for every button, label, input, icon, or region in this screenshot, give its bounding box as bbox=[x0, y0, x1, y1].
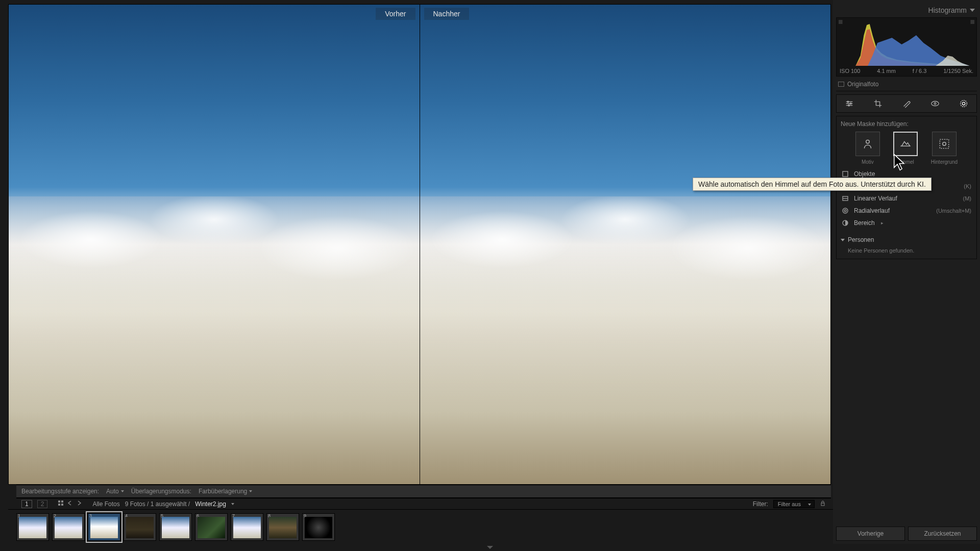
chevron-down-icon bbox=[121, 490, 124, 492]
svg-rect-15 bbox=[940, 139, 948, 148]
redeye-icon[interactable] bbox=[929, 99, 941, 108]
thumbnail-3[interactable]: 3 bbox=[88, 513, 120, 541]
after-image-pane: Nachher bbox=[420, 5, 831, 484]
exif-shutter: 1/1250 Sek. bbox=[943, 68, 973, 74]
filter-lock-icon[interactable] bbox=[820, 500, 826, 508]
lower-toolbar: Bearbeitungsstufe anzeigen: Auto Überlag… bbox=[16, 485, 831, 498]
filmstrip[interactable]: 1 2 3 4 5 6 7 8 9 bbox=[8, 509, 833, 544]
previous-button[interactable]: Vorherige bbox=[836, 527, 905, 541]
thumbnail-9[interactable]: 9 bbox=[302, 513, 335, 541]
edit-sliders-icon[interactable] bbox=[844, 99, 855, 108]
thumbnail-6[interactable]: 6 bbox=[195, 513, 228, 541]
selection-count: 9 Fotos / 1 ausgewählt / bbox=[125, 500, 190, 508]
checkbox-icon bbox=[838, 82, 844, 87]
svg-rect-4 bbox=[821, 503, 824, 506]
thumbnail-8[interactable]: 8 bbox=[266, 513, 299, 541]
mask-range-row[interactable]: Bereich▸ bbox=[841, 217, 972, 229]
mask-radial-gradient-row[interactable]: Radialverlauf (Umschalt+M) bbox=[841, 205, 972, 217]
thumbnail-1[interactable]: 1 bbox=[16, 513, 49, 541]
current-filename[interactable]: Winter2.jpg bbox=[195, 500, 226, 508]
overlay-mode-dropdown[interactable]: Farbüberlagerung bbox=[199, 488, 252, 495]
sky-mask-tooltip: Wähle automatisch den Himmel auf dem Fot… bbox=[693, 178, 932, 191]
page-2-button[interactable]: 2 bbox=[37, 500, 48, 508]
filter-label: Filter: bbox=[753, 500, 768, 508]
crop-icon[interactable] bbox=[872, 99, 884, 108]
thumbnail-5[interactable]: 5 bbox=[159, 513, 192, 541]
svg-point-12 bbox=[961, 101, 967, 107]
thumbnail-4[interactable]: 4 bbox=[124, 513, 156, 541]
svg-rect-1 bbox=[61, 500, 63, 503]
histogram[interactable]: ISO 100 4.1 mm f / 6.3 1/1250 Sek. bbox=[836, 17, 977, 77]
left-rail bbox=[0, 0, 8, 544]
filter-dropdown[interactable]: Filter aus bbox=[773, 500, 815, 508]
reset-button[interactable]: Zurücksetzen bbox=[908, 527, 977, 541]
objects-icon bbox=[842, 170, 849, 178]
exif-focal: 4.1 mm bbox=[877, 68, 896, 74]
overlay-mode-label: Überlagerungsmodus: bbox=[131, 488, 191, 495]
people-empty-message: Keine Personen gefunden. bbox=[841, 245, 972, 254]
exif-aperture: f / 6.3 bbox=[913, 68, 927, 74]
thumbnail-7[interactable]: 7 bbox=[231, 513, 263, 541]
page-1-button[interactable]: 1 bbox=[21, 500, 32, 508]
edit-steps-label: Bearbeitungsstufe anzeigen: bbox=[21, 488, 99, 495]
svg-point-16 bbox=[943, 142, 946, 146]
mask-linear-gradient-row[interactable]: Linearer Verlauf (M) bbox=[841, 192, 972, 205]
right-panel: Histogramm ISO 100 4.1 mm f / 6.3 1/1250… bbox=[833, 0, 980, 544]
svg-marker-6 bbox=[970, 20, 974, 24]
svg-rect-3 bbox=[61, 504, 63, 506]
chevron-down-icon bbox=[841, 239, 845, 241]
breadcrumb-bar: 1 2 Alle Fotos 9 Fotos / 1 ausgewählt / … bbox=[16, 498, 831, 509]
healing-brush-icon[interactable] bbox=[901, 99, 912, 108]
svg-rect-17 bbox=[843, 171, 848, 177]
mask-select-subject-button[interactable]: Motiv bbox=[855, 132, 880, 165]
after-label: Nachher bbox=[424, 8, 470, 20]
svg-point-10 bbox=[932, 102, 939, 106]
svg-marker-5 bbox=[839, 20, 843, 24]
original-photo-toggle[interactable]: Originalfoto bbox=[836, 78, 977, 91]
radial-gradient-icon bbox=[842, 207, 849, 214]
before-label: Vorher bbox=[376, 8, 415, 20]
grid-view-icon[interactable] bbox=[58, 500, 64, 508]
svg-rect-0 bbox=[58, 500, 60, 503]
svg-point-13 bbox=[962, 102, 965, 105]
svg-rect-2 bbox=[58, 504, 60, 506]
svg-point-11 bbox=[934, 103, 936, 105]
chevron-down-icon bbox=[487, 546, 493, 549]
histogram-graph-icon bbox=[839, 20, 974, 66]
filmstrip-handle[interactable] bbox=[0, 544, 980, 551]
range-icon bbox=[842, 219, 849, 227]
linear-gradient-icon bbox=[842, 195, 849, 202]
histogram-title: Histogramm bbox=[928, 6, 967, 14]
edit-steps-dropdown[interactable]: Auto bbox=[106, 488, 124, 495]
chevron-down-icon bbox=[249, 490, 252, 492]
chevron-down-icon bbox=[970, 9, 975, 12]
histogram-header[interactable]: Histogramm bbox=[836, 3, 977, 17]
before-image-pane: Vorher bbox=[9, 5, 420, 484]
image-compare-viewer[interactable]: Vorher Nachher bbox=[8, 4, 831, 485]
svg-point-21 bbox=[844, 210, 846, 212]
svg-point-20 bbox=[843, 208, 848, 213]
prev-photo-icon[interactable] bbox=[67, 500, 73, 508]
tool-strip bbox=[836, 94, 977, 113]
thumbnail-2[interactable]: 2 bbox=[52, 513, 85, 541]
mask-panel-title: Neue Maske hinzufügen: bbox=[841, 120, 972, 128]
mask-select-background-button[interactable]: Hintergrund bbox=[931, 132, 958, 165]
all-photos-crumb[interactable]: Alle Fotos bbox=[92, 500, 119, 508]
masking-icon[interactable] bbox=[958, 99, 969, 108]
svg-point-14 bbox=[866, 140, 870, 143]
exif-iso: ISO 100 bbox=[840, 68, 860, 74]
mask-select-sky-button[interactable]: Himmel bbox=[893, 132, 918, 165]
next-photo-icon[interactable] bbox=[76, 500, 82, 508]
people-section-header[interactable]: Personen bbox=[841, 234, 972, 245]
chevron-down-icon bbox=[231, 503, 234, 505]
